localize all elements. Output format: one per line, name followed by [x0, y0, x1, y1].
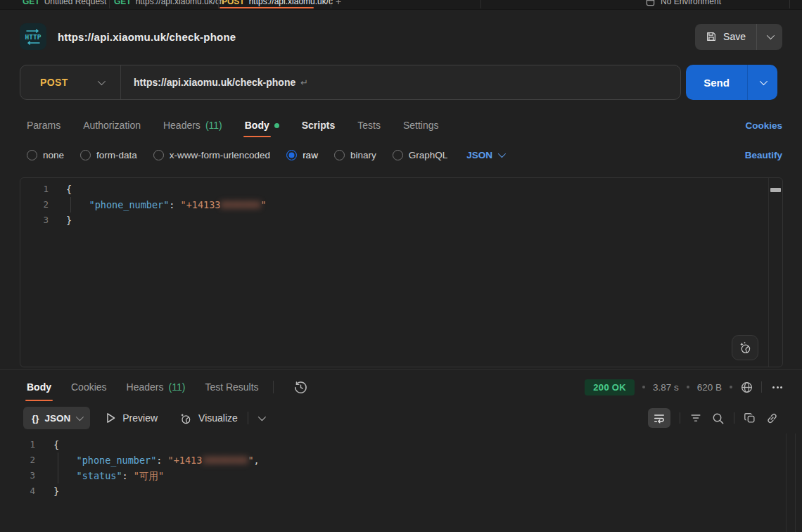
- code-content: }: [49, 213, 72, 228]
- environment-selector[interactable]: No Environment: [646, 0, 721, 9]
- tab-label: Scripts: [302, 120, 335, 131]
- send-button[interactable]: Send: [686, 65, 747, 100]
- more-options-button[interactable]: [770, 384, 785, 391]
- code-line: 1{: [20, 182, 782, 197]
- braces-icon: {}: [32, 413, 39, 424]
- tab-divider: [480, 0, 481, 8]
- tab-label: Untitled Request: [44, 0, 107, 6]
- postbot-button[interactable]: [732, 335, 758, 360]
- response-history-button[interactable]: [293, 380, 308, 395]
- code-content: "phone_number": "+141330000000",: [35, 452, 260, 468]
- request-tab-2[interactable]: GEThttps://api.xiaomu.uk/ch: [114, 0, 224, 9]
- preview-button[interactable]: Preview: [106, 412, 158, 424]
- tab-strip-inner: GETUntitled Request GEThttps://api.xiaom…: [0, 0, 802, 9]
- tab-label: https://api.xiaomu.uk/c: [249, 0, 333, 6]
- scrollbar-thumb[interactable]: [770, 188, 781, 192]
- mode-binary[interactable]: binary: [334, 150, 376, 160]
- cookies-link[interactable]: Cookies: [745, 120, 782, 131]
- method-selector[interactable]: POST: [20, 65, 120, 99]
- tab-body[interactable]: Body: [245, 111, 279, 139]
- response-body-viewer[interactable]: 1{2 "phone_number": "+141330000000",3 "s…: [0, 433, 802, 532]
- response-scrollbar-track[interactable]: [786, 433, 796, 532]
- tab-label: Settings: [403, 120, 439, 131]
- save-button[interactable]: Save: [695, 24, 756, 50]
- code-content: {: [49, 182, 72, 197]
- tab-label: Params: [27, 120, 61, 131]
- radio-icon: [393, 150, 403, 160]
- tab-label: https://api.xiaomu.uk/ch: [136, 0, 224, 6]
- code-line: 2 "phone_number": "+141330000000": [20, 197, 782, 213]
- body-modified-dot: [274, 123, 279, 128]
- save-options-button[interactable]: [757, 24, 782, 50]
- word-wrap-button[interactable]: [648, 408, 670, 428]
- redacted-text: 30000000: [202, 455, 248, 466]
- mode-x-www-form-urlencoded[interactable]: x-www-form-urlencoded: [153, 150, 270, 160]
- chevron-down-icon: [258, 413, 266, 421]
- environment-icon: [646, 0, 655, 6]
- enter-hint: ↵: [300, 77, 308, 88]
- response-tab-headers[interactable]: Headers(11): [127, 374, 186, 400]
- url-value: https://api.xiaomu.uk/check-phone: [134, 77, 295, 88]
- beautify-link[interactable]: Beautify: [745, 150, 782, 160]
- tab-method: POST: [222, 0, 245, 6]
- visualize-button[interactable]: Visualize: [179, 412, 238, 425]
- new-tab-button[interactable]: +: [336, 0, 341, 9]
- tab-scripts[interactable]: Scripts: [302, 111, 335, 139]
- save-button-group: Save: [695, 24, 782, 50]
- chevron-down-icon: [98, 77, 106, 85]
- response-format-selector[interactable]: {} JSON: [23, 407, 90, 429]
- tab-settings[interactable]: Settings: [403, 111, 439, 139]
- status-badge: 200 OK: [585, 379, 635, 395]
- response-tab-test-results[interactable]: Test Results: [205, 374, 258, 400]
- tab-method: GET: [114, 0, 132, 6]
- tab-authorization[interactable]: Authorization: [83, 111, 141, 139]
- request-title-row: HTTP https://api.xiaomu.uk/check-phone S…: [20, 20, 782, 53]
- active-tab-underline: [219, 7, 314, 8]
- save-floppy-icon: [706, 31, 717, 42]
- search-button[interactable]: [711, 412, 725, 425]
- url-input[interactable]: https://api.xiaomu.uk/check-phone↵: [134, 77, 308, 88]
- divider: [120, 65, 121, 99]
- code-token: "可用": [134, 470, 164, 481]
- tab-method: GET: [23, 0, 40, 6]
- tab-label: Headers: [163, 120, 200, 131]
- code-line: 3 "status": "可用": [0, 468, 802, 483]
- http-protocol-icon: HTTP: [20, 23, 46, 50]
- language-label: JSON: [466, 150, 492, 160]
- divider: [734, 412, 734, 424]
- tab-headers[interactable]: Headers(11): [163, 111, 222, 139]
- mode-none[interactable]: none: [27, 150, 64, 160]
- request-code-lines: 1{2 "phone_number": "+141330000000"3}: [20, 182, 782, 228]
- send-options-button[interactable]: [748, 65, 777, 100]
- code-line: 1{: [0, 437, 802, 452]
- tab-divider: [218, 0, 219, 8]
- tab-tests[interactable]: Tests: [357, 111, 381, 139]
- mode-label: GraphQL: [409, 150, 448, 160]
- filter-button[interactable]: [689, 412, 702, 424]
- language-selector[interactable]: JSON: [466, 150, 504, 160]
- response-time: 3.87 s: [653, 382, 679, 393]
- link-icon: [765, 412, 779, 425]
- method-label: POST: [40, 77, 68, 88]
- code-token: :: [169, 199, 180, 210]
- mode-form-data[interactable]: form-data: [80, 150, 137, 160]
- response-tab-cookies[interactable]: Cookies: [71, 374, 107, 400]
- network-info-button[interactable]: [740, 381, 753, 394]
- tab-params[interactable]: Params: [27, 111, 61, 139]
- response-size: 620 B: [697, 382, 722, 393]
- request-tab-1[interactable]: GETUntitled Request: [23, 0, 106, 9]
- play-icon: [106, 412, 116, 424]
- mode-graphql[interactable]: GraphQL: [393, 150, 448, 160]
- copy-link-button[interactable]: [765, 412, 779, 425]
- code-token: "phone_number": [77, 455, 157, 466]
- postbot-sparkle-icon: [738, 341, 752, 355]
- line-number: 3: [0, 468, 35, 483]
- view-options-button[interactable]: [258, 415, 264, 421]
- mode-raw-selected[interactable]: raw: [286, 150, 318, 160]
- line-number: 2: [20, 197, 49, 213]
- code-token: }: [53, 486, 59, 497]
- copy-button[interactable]: [744, 412, 756, 424]
- response-tab-body[interactable]: Body: [27, 374, 51, 400]
- postman-app: GETUntitled Request GEThttps://api.xiaom…: [0, 0, 802, 532]
- request-body-editor[interactable]: 1{2 "phone_number": "+141330000000"3}: [20, 177, 783, 367]
